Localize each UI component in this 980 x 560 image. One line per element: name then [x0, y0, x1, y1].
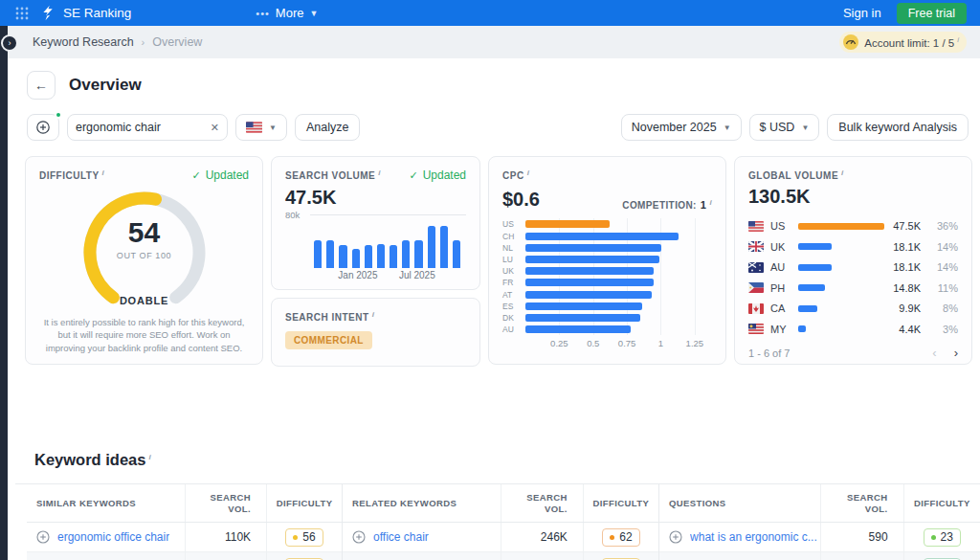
difficulty-updated-badge: Updated [191, 168, 249, 182]
bulk-analysis-button[interactable]: Bulk keyword Analysis [827, 114, 969, 141]
volume-bar [365, 245, 372, 269]
breadcrumb-bar: Keyword Research › Overview Account limi… [0, 26, 980, 58]
keyword-link[interactable]: what is an ergonomic c... [690, 530, 817, 544]
keyword-input-wrap: ✕ [67, 114, 228, 141]
volume-bar [798, 243, 832, 250]
month-select[interactable]: November 2025 ▼ [621, 114, 742, 141]
cpc-bar [525, 256, 659, 263]
add-keyword-button[interactable] [27, 114, 59, 141]
us-flag-icon [748, 221, 764, 232]
country-code: FR [502, 278, 525, 287]
ph-flag-icon [748, 282, 764, 293]
table-row: chair ergonomic 47.5K 51 [27, 552, 342, 560]
back-button[interactable]: ← [27, 71, 56, 100]
brand-logo[interactable]: SE Ranking [40, 5, 131, 21]
app-grid-icon[interactable] [15, 7, 29, 20]
x-label-jan: Jan 2025 [338, 270, 377, 280]
us-flag-icon [246, 122, 262, 133]
keyword-link[interactable]: ergonomic office chair [57, 530, 169, 544]
global-volume-row: MY 4.4K 3% [748, 319, 958, 340]
cpc-country-row: DK [525, 312, 712, 324]
cpc-country-row: NL [525, 242, 712, 254]
page: SE Ranking ••• More ▼ Sign in Free trial… [0, 0, 980, 560]
country-code: CH [502, 232, 525, 241]
x-label-jul: Jul 2025 [399, 270, 435, 280]
search-volume-bars [310, 214, 466, 268]
cpc-country-row: US [525, 218, 712, 230]
country-code: AU [770, 261, 791, 273]
cpc-label: CPC [502, 168, 529, 181]
volume-bar [798, 264, 832, 271]
column-header-keywords: QUESTIONS [659, 498, 819, 508]
x-tick-label: 1 [658, 338, 663, 348]
country-code: LU [502, 255, 525, 264]
global-volume-row: CA 9.9K 8% [748, 298, 958, 319]
table-row: herman miller 165K 59 [343, 552, 658, 560]
global-volume-card: GLOBAL VOLUME 130.5K US 47.5K 36%UK 18.1… [734, 156, 972, 365]
cpc-chart: US CH NL LU UK FR AT ES DK AU 0.250.50.7… [502, 218, 712, 348]
top-nav: SE Ranking ••• More ▼ Sign in Free trial [0, 0, 980, 26]
global-volume-row: US 47.5K 36% [748, 215, 958, 236]
country-volume: 4.4K [899, 324, 921, 335]
page-header: ← Overview [27, 71, 980, 100]
cpc-country-row: FR [525, 277, 712, 288]
difficulty-score: 54 [78, 218, 212, 247]
country-code: AU [502, 325, 525, 334]
keyword-link[interactable]: office chair [373, 530, 429, 544]
column-header-volume: SEARCHVOL. [185, 484, 267, 522]
page-title: Overview [69, 76, 142, 95]
nav-right: Sign in Free trial [843, 3, 967, 24]
gauge-icon [843, 34, 858, 50]
sign-in-link[interactable]: Sign in [843, 6, 881, 20]
breadcrumb-keyword-research[interactable]: Keyword Research [33, 35, 134, 49]
chevron-down-icon: ▼ [801, 123, 809, 132]
column-header-keywords: RELATED KEYWORDS [343, 498, 501, 508]
x-tick-label: 0.5 [587, 338, 599, 348]
cpc-bar [525, 267, 654, 275]
pagination-next-icon[interactable]: › [954, 346, 958, 360]
table-row: office chair 246K 62 [343, 523, 658, 552]
country-percent: 14% [927, 261, 958, 273]
difficulty-badge: 23 [924, 528, 961, 547]
volume-bar [428, 226, 435, 268]
global-volume-row: UK 18.1K 14% [748, 236, 958, 258]
cpc-bar [525, 302, 642, 310]
add-keyword-icon[interactable] [669, 530, 682, 544]
notification-dot [55, 111, 62, 119]
au-flag-icon [748, 262, 764, 273]
cpc-bar [525, 244, 661, 252]
keyword-input[interactable] [76, 121, 205, 134]
free-trial-button[interactable]: Free trial [897, 3, 967, 24]
x-axis-labels: Jan 2025 Jul 2025 [310, 268, 466, 282]
country-code: US [770, 220, 791, 232]
brand-name: SE Ranking [63, 6, 131, 20]
chevron-down-icon: ▼ [309, 9, 318, 18]
nav-more[interactable]: ••• More ▼ [256, 6, 318, 20]
cpc-card: CPC $0.6 COMPETITION:1 US CH NL LU UK FR… [488, 156, 726, 365]
cpc-bar [525, 314, 640, 322]
add-keyword-icon[interactable] [36, 530, 50, 544]
global-volume-value: 130.5K [748, 186, 958, 208]
account-limit-chip[interactable]: Account limit: 1 / 5 [839, 32, 967, 53]
volume-bar [414, 240, 422, 268]
keyword-table: QUESTIONS SEARCHVOL. DIFFICULTY what is … [659, 484, 980, 560]
chevron-down-icon: ▼ [269, 123, 277, 132]
sidebar-expand-toggle[interactable]: › [1, 34, 18, 52]
volume-bar [377, 244, 385, 268]
keyword-volume: 110K [185, 523, 267, 551]
cpc-country-row: AT [525, 288, 712, 300]
volume-bar [798, 284, 825, 291]
pagination-prev-icon[interactable]: ‹ [932, 346, 936, 360]
clear-input-icon[interactable]: ✕ [211, 122, 219, 134]
add-keyword-icon[interactable] [352, 530, 366, 544]
currency-select[interactable]: $ USD ▼ [749, 114, 820, 141]
country-percent: 3% [927, 324, 958, 335]
volume-bar [352, 249, 360, 268]
volume-bar [798, 305, 817, 312]
analyze-button[interactable]: Analyze [295, 114, 360, 141]
global-volume-label: GLOBAL VOLUME [748, 168, 844, 181]
column-header-keywords: SIMILAR KEYWORDS [27, 498, 185, 508]
collapsed-sidebar [0, 26, 8, 560]
metric-cards: DIFFICULTY Updated 54 OUT OF 100 DOABLE … [25, 156, 972, 367]
region-select[interactable]: ▼ [235, 114, 287, 141]
